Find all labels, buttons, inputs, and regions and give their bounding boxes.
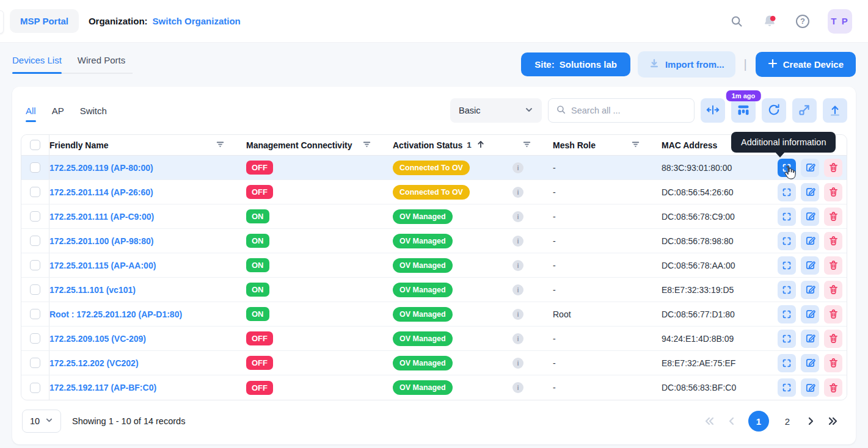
edit-button[interactable] [801,378,819,397]
delete-button[interactable] [824,208,842,226]
edit-button[interactable] [801,305,819,323]
select-all-checkbox[interactable] [30,140,40,150]
device-name-link[interactable]: Root : 172.25.201.120 (AP-D1:80) [49,309,182,319]
row-checkbox[interactable] [30,284,40,295]
expand-details-button[interactable] [778,305,796,323]
management-connectivity-badge: ON [246,234,269,248]
delete-button[interactable] [824,183,842,201]
row-checkbox[interactable] [30,211,40,222]
delete-button[interactable] [824,378,842,397]
edit-button[interactable] [801,330,819,348]
info-icon[interactable] [512,236,523,247]
delete-button[interactable] [824,354,842,372]
sort-asc-icon[interactable] [476,139,486,151]
row-checkbox[interactable] [30,187,40,197]
pagination-last-icon[interactable] [827,416,839,426]
pagination-first-icon[interactable] [704,416,715,426]
delete-button[interactable] [824,281,842,299]
filter-icon[interactable] [362,139,372,151]
open-external-button[interactable] [792,98,817,123]
delete-button[interactable] [824,305,842,323]
expand-details-button[interactable] [778,378,796,397]
info-icon[interactable] [512,284,523,295]
expand-details-button[interactable] [778,330,796,348]
expand-details-button[interactable] [778,281,796,299]
page-2[interactable]: 2 [781,416,794,427]
upload-button[interactable] [823,98,847,123]
device-name-link[interactable]: 172.25.11.101 (vc101) [49,285,136,295]
filter-icon[interactable] [215,139,225,151]
search-icon[interactable] [730,15,743,28]
row-checkbox[interactable] [30,260,40,270]
columns-button[interactable]: 1m ago [731,98,756,123]
create-device-button[interactable]: Create Device [756,52,856,77]
device-name-link[interactable]: 172.25.12.202 (VC202) [49,358,139,368]
page-1[interactable]: 1 [748,411,769,432]
info-icon[interactable] [512,162,523,173]
refresh-button[interactable] [762,98,786,123]
create-label: Create Device [783,59,844,70]
pagination-next-icon[interactable] [806,416,815,426]
edit-button[interactable] [801,159,819,177]
info-icon[interactable] [512,333,523,344]
device-name-link[interactable]: 172.25.192.117 (AP-BF:C0) [49,383,156,392]
filter-tab-ap[interactable]: AP [52,106,64,116]
filter-tab-switch[interactable]: Switch [80,106,107,116]
site-button[interactable]: Site: Solutions lab [521,52,630,76]
view-select[interactable]: Basic [450,98,542,123]
expand-details-button[interactable] [778,256,796,275]
filter-icon[interactable] [522,139,532,151]
avatar[interactable]: T P [828,9,852,34]
help-icon[interactable] [796,15,809,28]
row-checkbox[interactable] [30,333,40,344]
row-checkbox[interactable] [30,309,40,319]
device-name-link[interactable]: 172.25.209.119 (AP-80:00) [49,163,153,173]
edit-button[interactable] [801,281,819,299]
info-icon[interactable] [512,309,523,320]
device-name-link[interactable]: 172.25.201.100 (AP-98:80) [49,236,153,246]
edit-button[interactable] [801,183,819,201]
expand-details-button[interactable] [778,208,796,226]
expand-details-button[interactable] [778,183,796,201]
row-checkbox[interactable] [30,383,40,393]
edit-button[interactable] [801,208,819,226]
device-name-link[interactable]: 172.25.201.115 (AP-AA:00) [49,261,156,270]
device-name-link[interactable]: 172.25.201.114 (AP-26:60) [49,187,153,197]
info-icon[interactable] [512,187,523,198]
expand-details-button[interactable] [778,354,796,372]
row-checkbox[interactable] [30,236,40,246]
search-input[interactable] [571,106,687,115]
edit-button[interactable] [801,354,819,372]
filter-icon[interactable] [630,139,641,151]
col-activation-status[interactable]: Activation Status [393,140,462,150]
info-icon[interactable] [512,211,523,222]
organization-link[interactable]: Switch Organization [153,16,241,26]
filter-tab-all[interactable]: All [26,106,36,116]
info-icon[interactable] [512,358,523,369]
table-row: 172.25.192.117 (AP-BF:C0) OFF OV Managed… [21,375,847,400]
pagination-prev-icon[interactable] [727,416,737,426]
row-checkbox[interactable] [30,162,40,173]
plus-icon [768,59,778,70]
tab-devices-list[interactable]: Devices List [12,55,62,65]
table-header-row: Friendly Name Management Connectivity A [21,135,847,156]
delete-button[interactable] [824,232,842,250]
device-name-link[interactable]: 172.25.201.111 (AP-C9:00) [49,212,154,222]
info-icon[interactable] [512,382,523,393]
notifications-bell-icon[interactable] [762,13,778,29]
expand-details-button[interactable] [778,232,796,250]
tab-wired-ports[interactable]: Wired Ports [78,55,125,65]
info-icon[interactable] [512,260,523,271]
edit-button[interactable] [801,232,819,250]
fit-columns-button[interactable] [701,98,725,123]
delete-button[interactable] [824,330,842,348]
expand-details-button[interactable] [778,159,796,177]
delete-button[interactable] [824,256,842,275]
row-checkbox[interactable] [30,358,40,368]
import-from-button[interactable]: Import from... [638,51,735,78]
page-size-select[interactable]: 10 [22,410,61,433]
brand-button[interactable]: MSP Portal [10,9,79,33]
edit-button[interactable] [801,256,819,275]
delete-button[interactable] [824,159,842,177]
device-name-link[interactable]: 172.25.209.105 (VC-209) [49,334,146,344]
